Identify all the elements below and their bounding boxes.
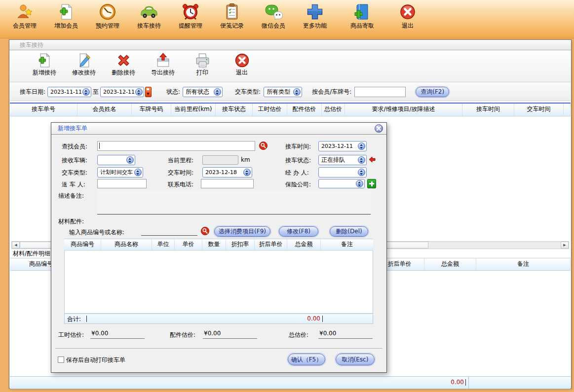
toolbar-item-label: 会员管理 [13, 22, 37, 30]
toolbar-item-reception[interactable]: 接车接待 [128, 2, 170, 38]
member-filter-input[interactable] [354, 87, 406, 97]
confirm-button[interactable]: 确认（F5） [288, 354, 325, 365]
column-header: 总估价 [322, 104, 345, 116]
member-icon [15, 2, 34, 21]
search-member-label: 查找会员: [62, 143, 87, 151]
phone-input[interactable] [201, 179, 254, 188]
reception-status-label: 接车状态: [285, 156, 311, 165]
parts-table-body[interactable] [64, 250, 373, 314]
parts-search-label: 输入商品编号或名称: [69, 228, 124, 237]
toolbar-item-label: 接车接待 [137, 22, 161, 30]
cancel-button[interactable]: 取消(Esc) [336, 354, 375, 365]
button-label: 退出 [236, 69, 248, 77]
toolbar-item-member-management[interactable]: 会员管理 [4, 2, 45, 38]
select-consume-item-button[interactable]: 选择消费项目(F9) [214, 226, 270, 237]
status-bar: 0.00 [10, 376, 571, 389]
delivery-time-picker[interactable]: 2023-12-18 [202, 167, 252, 178]
parts-estimate-label: 配件估价: [170, 331, 195, 339]
car-icon [140, 2, 158, 21]
export-reception-button[interactable]: 导出接待 [146, 52, 180, 82]
add-insurance-button[interactable] [367, 179, 376, 188]
operator-select[interactable] [318, 167, 367, 178]
new-reception-dialog: 新增接车单 查找会员: 接车时间: 2023-12-11 接收车辆: 当前里程:… [51, 122, 387, 373]
toolbar-item-more-features[interactable]: 更多功能 [294, 2, 336, 38]
reception-toolbar: 新增接待 修改接待 删除接待 导出接待 打印 [10, 50, 571, 82]
delete-item-button[interactable]: 删除(Del) [330, 226, 368, 237]
remark-textarea[interactable] [97, 190, 371, 214]
column-header: 接车状态 [216, 104, 253, 116]
receive-time-picker[interactable]: 2023-12-11 [318, 141, 367, 151]
wechat-icon [264, 2, 283, 21]
column-header: 当前里程(km) [171, 104, 216, 116]
column-header: 数量 [202, 239, 226, 250]
auto-print-checkbox[interactable] [58, 356, 64, 363]
parts-table-header: 商品编号 商品名称 单位 单价 数量 折扣率 折后单价 总金额 备注 [64, 239, 373, 250]
spinner-icon [135, 88, 143, 96]
toolbar-item-goods-deposit[interactable]: 商品寄取 [342, 2, 383, 38]
vehicle-select[interactable] [97, 155, 135, 165]
scroll-left-icon[interactable]: ◀ [12, 242, 20, 249]
text-caret [465, 379, 466, 386]
exit-window-button[interactable]: 退出 [225, 52, 259, 82]
sender-input[interactable] [97, 179, 147, 188]
new-reception-button[interactable]: 新增接待 [28, 52, 61, 82]
date-to-picker[interactable]: 2023-12-11 [100, 87, 144, 97]
toolbar-item-label: 便笺记录 [220, 22, 244, 30]
column-header: 折扣率 [226, 239, 255, 250]
labor-estimate-label: 工时估价: [58, 331, 84, 339]
filter-bar: 接车日期: 2023-11-11 至 2023-12-11 状态: 所有状态 交… [10, 83, 571, 101]
button-label: 新增接待 [33, 69, 56, 77]
parts-table: 商品编号 商品名称 单位 单价 数量 折扣率 折后单价 总金额 备注 合计: 0… [64, 239, 373, 324]
delivery-type-select[interactable]: 计划时间交车 [97, 167, 143, 178]
toolbar-item-notes[interactable]: 便笺记录 [211, 2, 253, 38]
spinner-icon [134, 169, 142, 176]
search-magnifier-button[interactable] [259, 142, 268, 150]
column-header: 单价 [175, 239, 202, 250]
column-header: 交车时间 [514, 104, 564, 116]
toolbar-item-exit[interactable]: 退出 [387, 2, 428, 38]
button-label: 删除接待 [112, 69, 135, 77]
dialog-close-button[interactable] [375, 124, 383, 133]
scroll-right-icon[interactable]: ▶ [561, 242, 569, 249]
column-header: 备注 [476, 258, 571, 270]
receive-time-label: 接车时间: [285, 143, 311, 151]
edit-reception-button[interactable]: 修改接待 [67, 52, 101, 82]
toolbar-item-reminders[interactable]: 提醒管理 [170, 2, 211, 38]
date-to-value: 2023-12-11 [103, 89, 134, 95]
red-left-arrow-icon [369, 156, 376, 163]
text-caret [86, 316, 87, 322]
toolbar-item-appointments[interactable]: 预约管理 [87, 2, 128, 38]
search-member-input[interactable] [97, 141, 255, 151]
plus-icon [306, 2, 324, 21]
reception-status-value: 正在排队 [321, 156, 357, 164]
insurance-select[interactable] [318, 179, 365, 188]
column-header: 要求/维修项目/故障描述 [345, 104, 462, 116]
date-from-picker[interactable]: 2023-11-11 [47, 87, 91, 97]
window-title: 接车接待 [9, 40, 571, 50]
modify-item-button[interactable]: 修改(F8) [279, 226, 318, 237]
search-button[interactable]: 查询(F2) [416, 87, 449, 97]
status-back-arrow-button[interactable] [369, 156, 376, 164]
column-header: 折后单价 [255, 239, 287, 250]
parts-magnifier-button[interactable] [201, 227, 209, 235]
date-range-label: 接车日期: [20, 88, 45, 96]
mileage-input [202, 155, 238, 165]
spinner-icon [358, 143, 365, 150]
magnifier-icon [259, 142, 268, 150]
print-button[interactable]: 打印 [186, 52, 219, 82]
reception-table-header: 接车单号 会员姓名 车牌号码 当前里程(km) 接车状态 工时估价 配件估价 总… [10, 103, 571, 116]
button-label: 导出接待 [151, 69, 175, 77]
toolbar-item-label: 退出 [402, 22, 414, 30]
toolbar-item-wechat-members[interactable]: 微信会员 [253, 2, 294, 38]
type-filter-select[interactable]: 所有类型 [264, 87, 302, 97]
parts-search-input[interactable] [141, 227, 197, 236]
toolbar-item-add-member[interactable]: 增加会员 [45, 2, 87, 38]
labor-estimate-value: ¥0.00 [90, 330, 145, 339]
date-dropdown-button[interactable] [145, 87, 152, 97]
delete-reception-button[interactable]: 删除接待 [107, 52, 140, 82]
footer-divider [55, 348, 383, 349]
column-header: 总金额 [424, 258, 476, 270]
reception-status-select[interactable]: 正在排队 [318, 155, 367, 165]
status-filter-select[interactable]: 所有状态 [183, 87, 223, 97]
goods-book-icon [353, 2, 372, 21]
